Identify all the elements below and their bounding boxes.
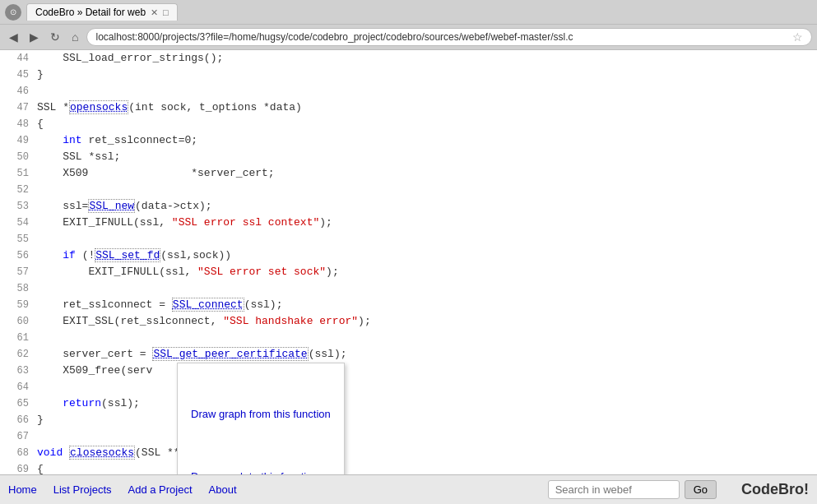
function-link-ssl-new[interactable]: SSL_new bbox=[88, 199, 135, 213]
table-row: 58 bbox=[0, 280, 817, 297]
footer: Home List Projects Add a Project About G… bbox=[0, 474, 817, 504]
bookmark-icon[interactable]: ☆ bbox=[792, 30, 803, 44]
browser-chrome: ⊙ CodeBro » Detail for web ✕ □ bbox=[0, 0, 817, 25]
search-input[interactable] bbox=[548, 480, 680, 499]
table-row: 56 if (!SSL_set_fd(ssl,sock)) bbox=[0, 247, 817, 264]
table-row: 68 void closesocks(SSL **ssl, int sock) bbox=[0, 445, 817, 461]
reload-button[interactable]: ↻ bbox=[46, 29, 64, 45]
tab-close-icon[interactable]: ✕ bbox=[151, 7, 158, 18]
table-row: 66 } bbox=[0, 412, 817, 428]
table-row: 59 ret_sslconnect = SSL_connect(ssl); bbox=[0, 297, 817, 313]
draw-graph-to-button[interactable]: Draw graph to this function bbox=[178, 462, 344, 474]
browser-icon: ⊙ bbox=[5, 4, 21, 21]
browser-tab[interactable]: CodeBro » Detail for web ✕ □ bbox=[26, 3, 178, 21]
table-row: 46 bbox=[0, 83, 817, 99]
back-button[interactable]: ◀ bbox=[5, 29, 22, 45]
table-row: 65 return(ssl); bbox=[0, 395, 817, 412]
table-row: 60 EXIT_SSL(ret_sslconnect, "SSL handsha… bbox=[0, 313, 817, 330]
tab-label: CodeBro » Detail for web bbox=[35, 7, 146, 18]
table-row: 67 bbox=[0, 428, 817, 445]
table-row: 62 server_cert = SSL_get_peer_certificat… bbox=[0, 346, 817, 363]
footer-about-link[interactable]: About bbox=[209, 483, 237, 496]
table-row: 69 { bbox=[0, 461, 817, 474]
code-area: 44 SSL_load_error_strings(); 45 } 46 47 … bbox=[0, 50, 817, 474]
function-link-ssl-set-fd[interactable]: SSL_set_fd bbox=[95, 248, 160, 262]
table-row: 44 SSL_load_error_strings(); bbox=[0, 50, 817, 67]
table-row: 54 EXIT_IFNULL(ssl, "SSL error ssl conte… bbox=[0, 215, 817, 231]
function-link-closesocks[interactable]: closesocks bbox=[69, 446, 135, 460]
address-bar[interactable]: ☆ bbox=[86, 28, 812, 46]
table-row: 52 bbox=[0, 182, 817, 198]
brand-label: CodeBro! bbox=[741, 481, 809, 498]
table-row: 49 int ret_sslconnect=0; bbox=[0, 132, 817, 149]
search-container: Go bbox=[548, 480, 717, 499]
table-row: 64 bbox=[0, 379, 817, 395]
url-input[interactable] bbox=[95, 31, 789, 43]
main-content: 44 SSL_load_error_strings(); 45 } 46 47 … bbox=[0, 50, 817, 474]
table-row: 63 X509_free(serv Draw graph from this f… bbox=[0, 363, 817, 379]
table-row: 55 bbox=[0, 231, 817, 247]
table-row: 47 SSL *opensocks(int sock, t_options *d… bbox=[0, 99, 817, 116]
tab-new-icon[interactable]: □ bbox=[163, 7, 169, 17]
function-link-ssl-get-peer[interactable]: SSL_get_peer_certificate bbox=[152, 347, 308, 361]
footer-home-link[interactable]: Home bbox=[8, 483, 37, 496]
function-link-opensocks[interactable]: opensocks bbox=[69, 100, 128, 114]
table-row: 57 EXIT_IFNULL(ssl, "SSL error set sock"… bbox=[0, 264, 817, 280]
footer-add-project-link[interactable]: Add a Project bbox=[128, 483, 193, 496]
draw-graph-from-button[interactable]: Draw graph from this function bbox=[178, 400, 344, 429]
code-wrapper[interactable]: 44 SSL_load_error_strings(); 45 } 46 47 … bbox=[0, 50, 817, 474]
home-button[interactable]: ⌂ bbox=[67, 29, 82, 45]
table-row: 61 bbox=[0, 330, 817, 346]
table-row: 48 { bbox=[0, 116, 817, 132]
table-row: 53 ssl=SSL_new(data->ctx); bbox=[0, 198, 817, 215]
table-row: 45 } bbox=[0, 67, 817, 83]
function-link-ssl-connect[interactable]: SSL_connect bbox=[172, 298, 244, 312]
context-menu: Draw graph from this function Draw graph… bbox=[177, 363, 345, 474]
table-row: 50 SSL *ssl; bbox=[0, 149, 817, 165]
search-button[interactable]: Go bbox=[685, 480, 717, 499]
browser-nav: ◀ ▶ ↻ ⌂ bbox=[5, 29, 82, 45]
forward-button[interactable]: ▶ bbox=[26, 29, 43, 45]
table-row: 51 X509 *server_cert; bbox=[0, 165, 817, 182]
footer-list-projects-link[interactable]: List Projects bbox=[53, 483, 112, 496]
